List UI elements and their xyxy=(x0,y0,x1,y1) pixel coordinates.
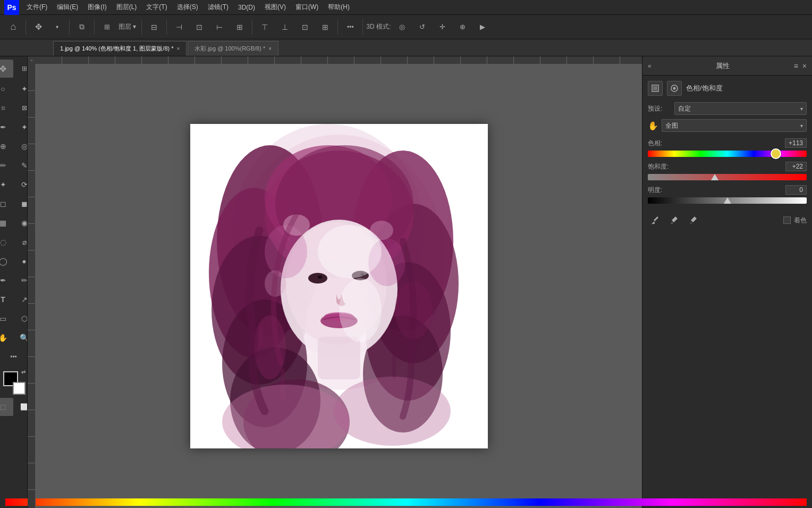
zoom-tool[interactable]: 🔍 xyxy=(14,329,28,347)
tab-watercolor-close[interactable]: × xyxy=(268,46,272,52)
text-tool[interactable]: T xyxy=(0,290,13,309)
3d-btn3[interactable]: ✛ xyxy=(433,18,451,36)
magic-wand-tool[interactable]: ✦ xyxy=(14,80,28,98)
slice-tool[interactable]: ⊠ xyxy=(14,99,28,117)
align-left-btn[interactable]: ⊣ xyxy=(170,18,188,36)
background-color[interactable] xyxy=(13,382,26,395)
shape-tool[interactable]: ▭ xyxy=(0,310,13,328)
home-button[interactable]: ⌂ xyxy=(4,18,22,36)
lightness-slider-container[interactable] xyxy=(648,197,807,204)
dodge-tool[interactable]: ◯ xyxy=(0,252,13,270)
blur-tool[interactable]: ◌ xyxy=(0,233,13,251)
lightness-value[interactable]: 0 xyxy=(785,185,807,195)
tab-1jpg[interactable]: 1.jpg @ 140% (色相/饱和度 1, 图层蒙版/8) * × xyxy=(53,41,187,56)
eyedropper-btn[interactable] xyxy=(648,213,663,228)
menu-view[interactable]: 视图(V) xyxy=(260,2,290,13)
subtract-sample-btn[interactable]: − xyxy=(686,213,701,228)
color-sampler-tool[interactable]: ✦ xyxy=(14,118,28,136)
menu-3d[interactable]: 3D(D) xyxy=(234,3,259,12)
3d-btn2[interactable]: ↺ xyxy=(413,18,431,36)
hue-value[interactable]: +113 xyxy=(785,138,807,148)
subtract-sample-icon: − xyxy=(689,215,698,225)
custom-shape-tool[interactable]: ⬡ xyxy=(14,310,28,328)
align-right-btn[interactable]: ⊢ xyxy=(210,18,229,36)
3d-btn1[interactable]: ◎ xyxy=(393,18,411,36)
paint-bucket-tool[interactable]: ◉ xyxy=(14,214,28,232)
burn-tool[interactable]: ● xyxy=(14,252,28,270)
3d-btn4[interactable]: ⊕ xyxy=(453,18,471,36)
clone-stamp-tool[interactable]: ✦ xyxy=(0,176,13,194)
menu-help[interactable]: 帮助(H) xyxy=(324,2,354,13)
panel-close-btn[interactable]: × xyxy=(802,62,807,70)
menu-select[interactable]: 选择(S) xyxy=(173,2,202,13)
panel-controls: ≡ × xyxy=(794,62,807,70)
hue-slider-container[interactable] xyxy=(648,150,807,157)
clip-to-layer-btn[interactable] xyxy=(648,81,663,96)
channel-hand-icon[interactable]: ✋ xyxy=(648,121,658,131)
align-bottom-btn[interactable]: ⊡ xyxy=(296,18,314,36)
view-previous-btn[interactable] xyxy=(667,81,682,96)
portrait-artwork xyxy=(190,124,488,448)
eyedropper-tool[interactable]: ✒ xyxy=(0,118,13,136)
swap-colors-icon[interactable]: ⇄ xyxy=(21,369,26,375)
panel-menu-btn[interactable]: ≡ xyxy=(794,62,798,70)
smudge-tool[interactable]: ⌀ xyxy=(14,233,28,251)
move-tool-btn[interactable]: ✥ xyxy=(29,18,47,36)
layer-label[interactable]: 图层 ▾ xyxy=(116,22,138,31)
move-tool-arrow[interactable]: ▾ xyxy=(48,18,66,36)
layer-btn[interactable]: ⊞ xyxy=(98,18,116,36)
panel-collapse-icon[interactable]: « xyxy=(648,62,652,70)
align-vcenter-btn[interactable]: ⊥ xyxy=(276,18,294,36)
colorize-checkbox[interactable] xyxy=(783,216,791,224)
magic-eraser-tool[interactable]: ◼ xyxy=(14,195,28,213)
align-center-btn[interactable]: ⊡ xyxy=(190,18,208,36)
more-options-btn[interactable]: ••• xyxy=(341,18,359,36)
lasso-tool[interactable]: ○ xyxy=(0,80,13,98)
tab-1jpg-close[interactable]: × xyxy=(177,46,180,52)
channel-dropdown-arrow: ▾ xyxy=(800,123,803,129)
eye-icon xyxy=(670,84,679,93)
preset-dropdown[interactable]: 自定 ▾ xyxy=(674,102,807,115)
pencil-tool[interactable]: ✎ xyxy=(14,156,28,174)
freeform-pen-tool[interactable]: ✏ xyxy=(14,271,28,289)
lightness-slider-thumb[interactable] xyxy=(724,197,731,204)
saturation-value[interactable]: +22 xyxy=(785,162,807,171)
saturation-slider-container[interactable] xyxy=(648,173,807,181)
saturation-slider-thumb[interactable] xyxy=(711,174,718,180)
divider5 xyxy=(166,20,167,35)
menu-filter[interactable]: 滤镜(T) xyxy=(204,2,233,13)
history-brush-tool[interactable]: ⟳ xyxy=(14,176,28,194)
align-vert-btn[interactable]: ⊞ xyxy=(316,18,334,36)
pen-tool[interactable]: ✒ xyxy=(0,271,13,289)
svg-text:+: + xyxy=(671,221,673,225)
align-top-btn[interactable]: ⊤ xyxy=(256,18,274,36)
standard-mode-btn[interactable]: ⬜ xyxy=(14,398,28,416)
menu-image[interactable]: 图像(I) xyxy=(83,2,111,13)
svg-rect-18 xyxy=(318,337,360,379)
menu-type[interactable]: 文字(T) xyxy=(142,2,171,13)
more-tools-btn[interactable]: ••• xyxy=(4,348,24,366)
healing-brush-tool[interactable]: ⊕ xyxy=(0,137,13,155)
tab-watercolor[interactable]: 水彩.jpg @ 100%(RGB/8) * × xyxy=(188,41,278,56)
brush-tool[interactable]: ✏ xyxy=(0,156,13,174)
hand-tool[interactable]: ✋ xyxy=(0,329,13,347)
hue-slider-thumb[interactable] xyxy=(771,148,781,159)
menu-window[interactable]: 窗口(W) xyxy=(291,2,323,13)
patch-tool[interactable]: ◎ xyxy=(14,137,28,155)
artboard-tool[interactable]: ⊞ xyxy=(14,60,28,78)
add-sample-btn[interactable]: + xyxy=(667,213,682,228)
3d-btn5[interactable]: ▶ xyxy=(473,18,492,36)
gradient-tool[interactable]: ▦ xyxy=(0,214,13,232)
menu-layer[interactable]: 图层(L) xyxy=(112,2,141,13)
quick-mask-btn[interactable]: ⬚ xyxy=(0,398,13,416)
channel-dropdown[interactable]: 全图 ▾ xyxy=(662,119,807,132)
move-tool[interactable]: ✥ xyxy=(0,60,13,78)
eraser-tool[interactable]: ◻ xyxy=(0,195,13,213)
transform-btn[interactable]: ⊟ xyxy=(145,18,163,36)
artboard-tool-btn[interactable]: ⧉ xyxy=(73,18,91,36)
align-horiz-btn[interactable]: ⊞ xyxy=(231,18,249,36)
path-select-tool[interactable]: ↗ xyxy=(14,290,28,309)
menu-file[interactable]: 文件(F) xyxy=(22,2,52,13)
menu-edit[interactable]: 编辑(E) xyxy=(53,2,82,13)
crop-tool[interactable]: ⌗ xyxy=(0,99,13,117)
